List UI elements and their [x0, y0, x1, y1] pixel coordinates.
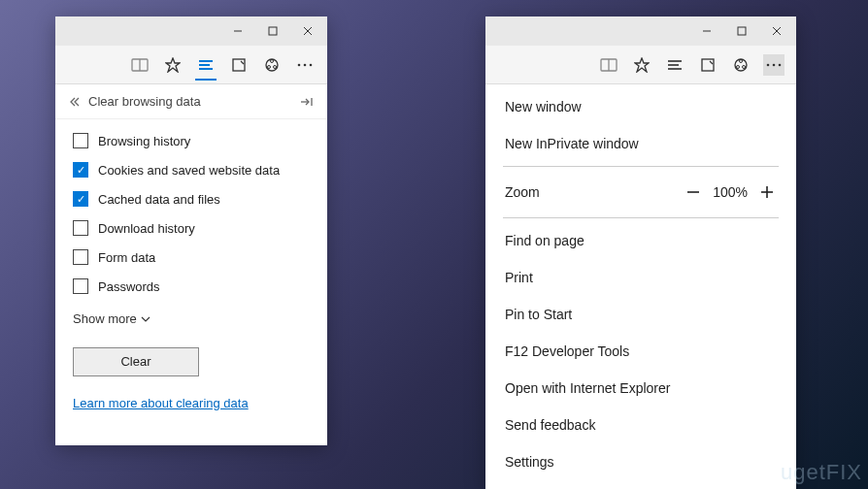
maximize-button[interactable]	[255, 17, 290, 45]
checkbox-label: Cached data and files	[98, 192, 220, 207]
checkbox-label: Download history	[98, 221, 195, 236]
checkbox-icon	[73, 220, 88, 236]
checkbox-icon	[73, 249, 88, 265]
checkbox-cookies[interactable]: ✓ Cookies and saved website data	[73, 162, 310, 178]
favorites-icon[interactable]	[631, 54, 652, 76]
hub-icon[interactable]	[664, 54, 685, 76]
checkbox-form-data[interactable]: Form data	[73, 249, 310, 265]
checkbox-icon	[73, 278, 88, 294]
menu-devtools[interactable]: F12 Developer Tools	[485, 333, 796, 370]
webnote-icon[interactable]	[697, 54, 718, 76]
zoom-label: Zoom	[505, 184, 680, 200]
menu-feedback[interactable]: Send feedback	[485, 407, 796, 443]
svg-point-35	[737, 65, 740, 68]
menu-open-ie[interactable]: Open with Internet Explorer	[485, 370, 796, 407]
back-icon[interactable]	[69, 97, 81, 107]
favorites-icon[interactable]	[162, 54, 184, 76]
pin-icon[interactable]	[300, 96, 314, 108]
checkbox-download-history[interactable]: Download history	[73, 220, 310, 236]
zoom-out-button[interactable]	[680, 179, 707, 206]
hub-icon[interactable]	[195, 59, 217, 81]
svg-marker-27	[635, 58, 649, 72]
checkbox-icon: ✓	[73, 162, 88, 178]
close-button[interactable]	[759, 17, 794, 45]
maximize-button[interactable]	[724, 17, 759, 45]
panel-header: Clear browsing data	[55, 84, 327, 119]
svg-rect-1	[269, 27, 277, 35]
svg-point-16	[298, 63, 301, 66]
svg-point-36	[743, 65, 746, 68]
panel-title: Clear browsing data	[88, 94, 201, 109]
svg-line-32	[710, 61, 713, 64]
menu-print[interactable]: Print	[485, 259, 796, 296]
zoom-in-button[interactable]	[753, 179, 781, 206]
toolbar	[55, 46, 327, 84]
minimize-button[interactable]	[689, 17, 724, 45]
titlebar	[485, 16, 796, 46]
svg-point-17	[304, 63, 307, 66]
titlebar	[55, 16, 327, 46]
more-menu: New window New InPrivate window Zoom 100…	[485, 84, 796, 484]
clear-browsing-data-window: Clear browsing data Browsing history ✓ C…	[55, 16, 327, 445]
toolbar	[485, 46, 796, 84]
svg-point-14	[268, 65, 271, 68]
checkbox-label: Passwords	[98, 279, 160, 294]
svg-point-37	[767, 63, 770, 66]
svg-point-38	[773, 63, 776, 66]
reading-view-icon[interactable]	[129, 54, 150, 76]
show-more-toggle[interactable]: Show more	[73, 311, 310, 326]
checkbox-label: Cookies and saved website data	[98, 163, 280, 178]
minimize-button[interactable]	[220, 17, 255, 45]
checkbox-browsing-history[interactable]: Browsing history	[73, 133, 310, 148]
reading-view-icon[interactable]	[598, 54, 619, 76]
menu-new-inprivate[interactable]: New InPrivate window	[485, 125, 796, 162]
learn-more-link[interactable]: Learn more about clearing data	[73, 396, 310, 410]
checkbox-label: Form data	[98, 250, 155, 265]
svg-point-12	[266, 59, 278, 71]
more-icon[interactable]	[763, 54, 785, 76]
watermark: ugetFIX	[781, 460, 862, 485]
svg-line-11	[241, 61, 244, 64]
svg-point-33	[735, 59, 747, 71]
checkbox-icon: ✓	[73, 191, 88, 207]
checkbox-label: Browsing history	[98, 134, 190, 148]
more-menu-window: New window New InPrivate window Zoom 100…	[485, 16, 796, 489]
divider	[503, 166, 779, 167]
svg-rect-10	[233, 59, 245, 71]
svg-rect-22	[738, 27, 746, 35]
clear-button[interactable]: Clear	[73, 347, 199, 376]
svg-point-34	[740, 59, 743, 62]
menu-new-window[interactable]: New window	[485, 88, 796, 125]
more-icon[interactable]	[294, 54, 316, 76]
checkbox-icon	[73, 133, 88, 148]
share-icon[interactable]	[261, 54, 283, 76]
webnote-icon[interactable]	[228, 54, 250, 76]
share-icon[interactable]	[730, 54, 751, 76]
checkbox-cached-data[interactable]: ✓ Cached data and files	[73, 191, 310, 207]
close-button[interactable]	[290, 17, 325, 45]
svg-point-39	[779, 63, 782, 66]
chevron-down-icon	[141, 316, 150, 322]
svg-marker-6	[166, 58, 180, 72]
menu-zoom: Zoom 100%	[485, 171, 796, 213]
checkbox-passwords[interactable]: Passwords	[73, 278, 310, 294]
panel-body: Browsing history ✓ Cookies and saved web…	[55, 119, 327, 424]
zoom-value: 100%	[707, 184, 753, 200]
show-more-label: Show more	[73, 311, 137, 326]
divider	[503, 217, 779, 218]
svg-point-13	[271, 59, 274, 62]
menu-settings[interactable]: Settings	[485, 443, 796, 480]
menu-pin[interactable]: Pin to Start	[485, 296, 796, 333]
menu-find[interactable]: Find on page	[485, 222, 796, 259]
svg-rect-31	[702, 59, 714, 71]
svg-point-18	[310, 63, 313, 66]
svg-point-15	[274, 65, 277, 68]
